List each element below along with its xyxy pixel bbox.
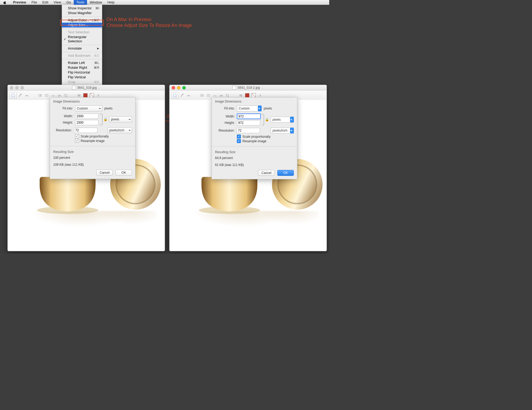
menu-app[interactable]: Preview: [10, 0, 29, 5]
label-height: Height:: [215, 121, 235, 125]
window-title: 5641_019.jpg ⌄: [8, 86, 165, 90]
menu-view[interactable]: View: [51, 0, 64, 5]
menu-go[interactable]: Go: [64, 0, 73, 5]
sketch-icon[interactable]: [24, 92, 30, 98]
resample-image-checkbox[interactable]: ✓Resample image: [237, 139, 294, 143]
label-fit-into: Fit into:: [53, 107, 73, 110]
ok-button[interactable]: OK: [116, 170, 132, 176]
selection-tool-icon[interactable]: [9, 92, 17, 99]
cancel-button[interactable]: Cancel: [258, 170, 275, 176]
text-icon[interactable]: T: [206, 92, 211, 98]
height-input[interactable]: [237, 120, 260, 125]
annotation-text-1: On A Mac In Preview: Choose Adjust Size …: [106, 17, 192, 28]
resolution-input[interactable]: [237, 128, 260, 133]
dialog-heading: Image Dimensions: [215, 100, 294, 103]
menu-window[interactable]: Window: [87, 0, 105, 5]
adjust-size-dialog: Image Dimensions Fit into: Custom pixels…: [50, 97, 135, 179]
label-width: Width:: [215, 115, 235, 118]
sketch-icon[interactable]: [186, 92, 191, 98]
res-unit-select[interactable]: pixels/inch: [271, 128, 294, 133]
file-icon: [232, 86, 236, 90]
ok-button[interactable]: OK: [277, 170, 294, 176]
chevron-down-icon[interactable]: ⌄: [98, 86, 100, 89]
menuitem-crop: Crop⌘K: [62, 80, 102, 84]
menuitem-flip-horizontal[interactable]: Flip Horizontal: [62, 70, 102, 75]
menuitem-adjust-size[interactable]: Adjust Size...: [62, 23, 102, 27]
size-unit-select[interactable]: pixels: [109, 116, 132, 122]
svg-point-15: [183, 94, 184, 95]
scale-proportionally-checkbox[interactable]: ✓Scale proportionally: [75, 134, 132, 138]
titlebar: 5641_019.jpg ⌄: [8, 85, 165, 91]
size-unit-select[interactable]: pixels: [271, 117, 294, 123]
svg-point-17: [202, 95, 204, 96]
chevron-down-icon[interactable]: ⌄: [262, 86, 264, 89]
menuitem-show-inspector[interactable]: Show Inspector⌘I: [62, 6, 102, 11]
window-title: 5641_019-2.jpg ⌄: [170, 86, 327, 90]
result-size: 109 KB (was 111 KB): [53, 163, 132, 167]
menuitem-rotate-right[interactable]: Rotate Right⌘R: [62, 65, 102, 70]
svg-point-4: [40, 95, 42, 96]
svg-point-2: [21, 94, 22, 95]
res-unit-select[interactable]: pixels/inch: [108, 127, 132, 133]
apple-icon[interactable]: [3, 1, 7, 4]
tools-dropdown: Show Inspector⌘I Show Magnifier Adjust C…: [62, 5, 102, 98]
menu-edit[interactable]: Edit: [40, 0, 51, 5]
lock-icon[interactable]: 🔒: [265, 118, 269, 121]
menu-tools[interactable]: Tools: [74, 0, 87, 5]
instant-alpha-icon[interactable]: [180, 92, 185, 98]
svg-text:T: T: [208, 95, 209, 96]
svg-rect-1: [12, 94, 15, 97]
label-resolution: Resolution:: [53, 128, 72, 132]
dialog-heading: Image Dimensions: [53, 100, 132, 103]
file-icon: [72, 86, 76, 90]
menuitem-flip-vertical[interactable]: Flip Vertical: [62, 75, 102, 80]
width-input[interactable]: [75, 113, 98, 119]
adjust-size-dialog: Image Dimensions Fit into: Custom pixels…: [212, 97, 297, 179]
reflection: [191, 211, 319, 246]
result-heading: Resulting Size: [53, 150, 132, 154]
menuitem-rectangular-selection[interactable]: ✓Rectangular Selection: [62, 35, 102, 44]
menu-file[interactable]: File: [29, 0, 40, 5]
menuitem-annotate[interactable]: Annotate▶: [62, 46, 102, 51]
label-resolution: Resolution:: [215, 129, 234, 132]
instant-alpha-icon[interactable]: [18, 92, 23, 98]
result-percent: 100 percent: [53, 156, 132, 160]
menubar: Preview File Edit View Go Tools Window H…: [0, 0, 329, 5]
preview-window-right: 5641_019-2.jpg ⌄ T A: [169, 85, 327, 251]
lock-icon[interactable]: 🔒: [104, 117, 108, 121]
preview-window-left: 5641_019.jpg ⌄ T A: [7, 85, 165, 251]
menuitem-adjust-color[interactable]: Adjust Color...⌥⌘C: [62, 18, 102, 23]
selection-tool-icon[interactable]: [171, 92, 179, 99]
shapes-icon[interactable]: [199, 92, 205, 98]
svg-text:T: T: [46, 95, 47, 96]
height-input[interactable]: [75, 120, 98, 125]
fit-into-select[interactable]: Custom: [237, 105, 262, 111]
lock-bracket: [100, 114, 102, 125]
fit-into-select[interactable]: Custom: [75, 105, 102, 111]
menu-help[interactable]: Help: [105, 0, 117, 5]
resample-image-checkbox[interactable]: ✓Resample image: [75, 139, 132, 143]
width-input[interactable]: [237, 113, 261, 119]
label-fit-into: Fit into:: [215, 107, 235, 110]
shapes-icon[interactable]: [38, 92, 43, 98]
cancel-button[interactable]: Cancel: [96, 170, 113, 176]
scale-proportionally-checkbox[interactable]: ✓Scale proportionally: [237, 135, 294, 139]
reflection: [29, 211, 157, 246]
result-heading: Resulting Size: [215, 150, 294, 154]
fit-unit: pixels: [104, 107, 113, 110]
result-size: 61 KB (was 111 KB): [215, 163, 294, 167]
lock-bracket: [262, 114, 264, 125]
label-width: Width:: [53, 114, 73, 118]
menuitem-show-magnifier[interactable]: Show Magnifier: [62, 11, 102, 15]
menuitem-add-bookmark: Add Bookmark⌘D: [62, 53, 102, 58]
resolution-input[interactable]: [74, 128, 97, 133]
menuitem-rotate-left[interactable]: Rotate Left⌘L: [62, 60, 102, 65]
text-icon[interactable]: T: [44, 92, 49, 98]
result-percent: 64.8 percent: [215, 156, 294, 160]
svg-rect-14: [174, 94, 176, 97]
titlebar: 5641_019-2.jpg ⌄: [170, 85, 327, 91]
fit-unit: pixels: [264, 107, 272, 110]
label-height: Height:: [53, 121, 73, 124]
menuitem-text-selection: Text Selection: [62, 30, 102, 35]
